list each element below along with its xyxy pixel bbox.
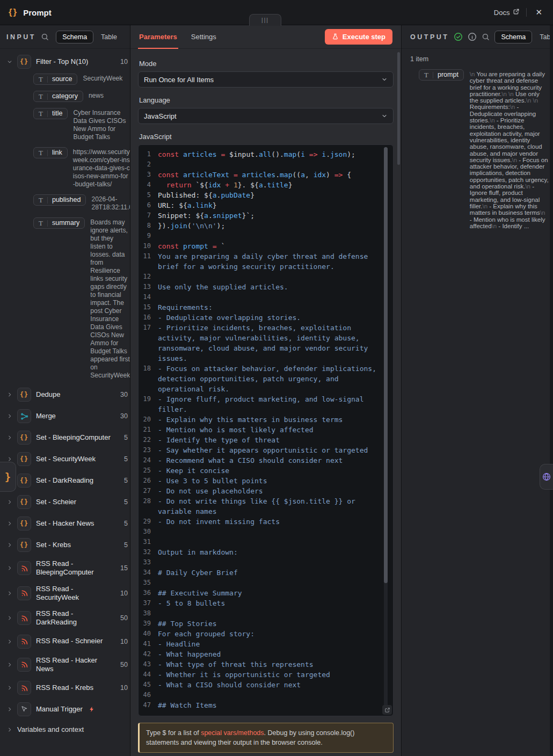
chevron-right-icon[interactable] xyxy=(6,413,12,419)
variables-and-context-row[interactable]: Variables and context xyxy=(0,720,130,739)
mode-select[interactable]: Run Once for All Items xyxy=(138,71,394,88)
divider xyxy=(526,8,527,17)
item-count: 30 xyxy=(120,391,129,398)
output-view-toggle: Schema Table xyxy=(494,31,553,43)
language-select[interactable]: JavaScript xyxy=(138,108,394,124)
chevron-right-icon[interactable] xyxy=(6,707,12,712)
info-icon[interactable] xyxy=(468,32,477,41)
input-tab-schema[interactable]: Schema xyxy=(56,31,93,43)
tab-settings[interactable]: Settings xyxy=(191,25,216,48)
node-details-view: {} Prompt Docs ✕ ||| INPUT Schema Table … xyxy=(0,0,553,756)
input-node-set-scheier[interactable]: {}Set - Scheier5 xyxy=(0,491,130,513)
chevron-right-icon[interactable] xyxy=(6,565,12,571)
item-count: 10 xyxy=(120,638,129,645)
input-node-rss-read-bleepingcomputer[interactable]: RSS Read - BleepingComputer15 xyxy=(0,556,130,581)
field-row-title[interactable]: TtitleCyber Insurance Data Gives CISOs N… xyxy=(33,108,130,141)
input-node-set-hacker-news[interactable]: {}Set - Hacker News5 xyxy=(0,513,130,534)
execute-step-button[interactable]: Execute step xyxy=(325,29,392,45)
code-line: 41- Headline xyxy=(139,639,393,649)
code-line: 40For each grouped story: xyxy=(139,629,393,639)
success-check-icon xyxy=(454,32,463,41)
item-count: 50 xyxy=(120,614,129,622)
chevron-down-icon[interactable] xyxy=(6,59,12,64)
editor-scrollbar[interactable] xyxy=(384,147,388,714)
input-node-rss-read-securityweek[interactable]: RSS Read - SecurityWeek10 xyxy=(0,581,130,606)
code-line: 31 xyxy=(139,537,393,547)
input-node-merge[interactable]: Merge30 xyxy=(0,405,130,427)
item-count: 30 xyxy=(120,412,129,420)
special-vars-link[interactable]: special vars/methods xyxy=(201,729,264,737)
chevron-right-icon[interactable] xyxy=(6,639,12,644)
field-row-published[interactable]: Tpublished2026-04-28T18:32:11.00 xyxy=(33,194,130,212)
output-tab-schema[interactable]: Schema xyxy=(494,31,532,43)
code-line: 16- Deduplicate overlapping stories. xyxy=(139,312,393,323)
globe-tab[interactable] xyxy=(540,464,553,490)
input-node-set-bleepingcomputer[interactable]: {}Set - BleepingComputer5 xyxy=(0,427,130,448)
chevron-right-icon[interactable] xyxy=(6,542,12,548)
right-edge xyxy=(550,25,553,756)
text-type-icon: T xyxy=(424,71,428,78)
rss-icon xyxy=(17,658,31,672)
input-node-rss-read-hacker-news[interactable]: RSS Read - Hacker News50 xyxy=(0,652,130,678)
code-line: 29- Do not invent missing facts xyxy=(139,517,393,527)
input-node-rss-read-darkreading[interactable]: RSS Read - DarkReading50 xyxy=(0,606,130,631)
input-node-dedupe[interactable]: {}Dedupe30 xyxy=(0,384,130,405)
code-line: 30 xyxy=(139,527,393,537)
chevron-right-icon[interactable] xyxy=(6,615,12,621)
code-line: 47## Watch Items xyxy=(139,700,393,710)
chevron-down-icon xyxy=(381,76,388,83)
expand-editor-icon[interactable] xyxy=(382,705,392,715)
code-line: 23- Say whether it appears opportunistic… xyxy=(139,445,393,455)
chevron-right-icon[interactable] xyxy=(6,685,12,690)
chevron-right-icon[interactable] xyxy=(6,521,12,526)
input-tab-table[interactable]: Table xyxy=(94,31,123,43)
code-lines: 1const articles = $input.all().map(i => … xyxy=(139,149,393,710)
text-type-icon: T xyxy=(39,76,43,83)
collapsed-brace-tab[interactable]: } xyxy=(0,462,16,492)
globe-icon xyxy=(542,472,551,482)
input-node-rss-read-schneier[interactable]: RSS Read - Schneier10 xyxy=(0,631,130,652)
code-line: 44- Whether it is opportunistic or targe… xyxy=(139,670,393,680)
input-node-set-darkreading[interactable]: {}Set - DarkReading5 xyxy=(0,470,130,491)
input-node-rss-read-krebs[interactable]: RSS Read - Krebs10 xyxy=(0,677,130,699)
field-row-source[interactable]: TsourceSecurityWeek xyxy=(33,74,130,85)
chevron-right-icon[interactable] xyxy=(6,392,12,397)
input-node-manual-trigger[interactable]: Manual Trigger xyxy=(0,699,130,720)
close-button[interactable]: ✕ xyxy=(533,6,544,18)
text-type-icon: T xyxy=(39,220,43,227)
field-row-category[interactable]: Tcategorynews xyxy=(33,91,130,102)
code-line: 42- What happened xyxy=(139,649,393,659)
chevron-right-icon[interactable] xyxy=(6,435,12,440)
input-node-set-securityweek[interactable]: {}Set - SecurityWeek5 xyxy=(0,448,130,470)
search-icon[interactable] xyxy=(41,33,49,41)
json-icon: {} xyxy=(17,388,31,402)
chevron-right-icon[interactable] xyxy=(6,662,12,667)
chevron-right-icon[interactable] xyxy=(6,456,12,462)
json-node-icon: {} xyxy=(9,7,18,18)
chevron-down-icon xyxy=(381,113,388,119)
code-line: 39## Top Stories xyxy=(139,619,393,629)
field-row-summary[interactable]: TsummaryBoards may ignore alerts, but th… xyxy=(33,217,130,380)
output-field-row[interactable]: T prompt \n You are preparing a daily cy… xyxy=(402,63,553,229)
merge-icon xyxy=(17,409,31,423)
json-icon: {} xyxy=(17,431,31,445)
code-editor[interactable]: 1const articles = $input.all().map(i => … xyxy=(138,144,394,716)
search-icon[interactable] xyxy=(482,33,490,41)
panel-drag-handle[interactable]: ||| xyxy=(249,14,281,26)
cursor-icon xyxy=(17,702,31,716)
input-panel: INPUT Schema Table {}Filter - Top N(10)1… xyxy=(0,25,130,756)
field-chip: Tsource xyxy=(33,74,77,85)
field-row-link[interactable]: Tlinkhttps://www.securityweek.com/cyber-… xyxy=(33,147,130,188)
input-node-filter-top-n-10[interactable]: {}Filter - Top N(10)10 xyxy=(0,51,130,72)
code-line: 13Use only the supplied articles. xyxy=(139,282,393,292)
rss-icon xyxy=(17,586,31,600)
docs-link[interactable]: Docs xyxy=(494,8,520,17)
chevron-right-icon[interactable] xyxy=(6,591,12,596)
tab-parameters[interactable]: Parameters xyxy=(139,25,177,48)
chevron-right-icon[interactable] xyxy=(6,499,12,505)
code-line: 34# Daily Cyber Brief xyxy=(139,568,393,578)
field-chip: Tcategory xyxy=(33,91,83,102)
code-line: 2 xyxy=(139,159,393,170)
input-node-set-krebs[interactable]: {}Set - Krebs5 xyxy=(0,534,130,556)
panel-scrollbar[interactable] xyxy=(397,52,400,165)
